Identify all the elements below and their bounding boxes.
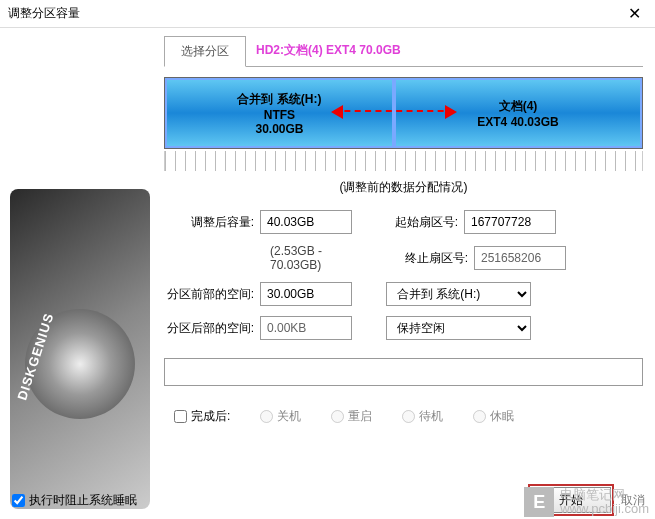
after-space-label: 分区后部的空间: xyxy=(164,320,254,337)
caption-label: (调整前的数据分配情况) xyxy=(164,179,643,196)
after-size-input[interactable] xyxy=(260,210,352,234)
seg-a-fs: NTFS xyxy=(264,108,295,122)
main-panel: 选择分区 HD2:文档(4) EXT4 70.0GB 合并到 系统(H:) NT… xyxy=(160,28,655,519)
seg-b-name: 文档(4) xyxy=(499,98,538,115)
watermark-logo-icon: E xyxy=(524,487,554,517)
after-space-target-select[interactable]: 保持空闲 xyxy=(386,316,531,340)
start-sector-label: 起始扇区号: xyxy=(386,214,458,231)
resize-arrow-icon xyxy=(334,110,454,112)
partition-bar[interactable]: 合并到 系统(H:) NTFS 30.00GB 文档(4) EXT4 40.03… xyxy=(164,77,643,149)
after-action-row: 完成后: 关机 重启 待机 休眠 xyxy=(164,408,643,445)
close-icon[interactable]: ✕ xyxy=(622,4,647,23)
sidebar: DISKGENIUS xyxy=(0,28,160,519)
window-title: 调整分区容量 xyxy=(8,5,622,22)
after-space-input xyxy=(260,316,352,340)
end-sector-label: 终止扇区号: xyxy=(396,250,468,267)
tab-strip: 选择分区 HD2:文档(4) EXT4 70.0GB xyxy=(164,36,643,67)
after-size-label: 调整后容量: xyxy=(164,214,254,231)
disk-illustration: DISKGENIUS xyxy=(10,189,150,509)
selected-partition-label: HD2:文档(4) EXT4 70.0GB xyxy=(246,36,643,66)
titlebar: 调整分区容量 ✕ xyxy=(0,0,655,28)
before-space-input[interactable] xyxy=(260,282,352,306)
tab-select-partition[interactable]: 选择分区 xyxy=(164,36,246,67)
watermark: E 电脑笔记网 www.pcbiji.com xyxy=(524,487,649,517)
radio-reboot xyxy=(331,410,344,423)
partition-segment-target[interactable]: 文档(4) EXT4 40.03GB xyxy=(394,78,642,148)
watermark-line2: www.pcbiji.com xyxy=(560,502,649,516)
prevent-sleep-label: 执行时阻止系统睡眠 xyxy=(29,492,137,509)
start-sector-input[interactable] xyxy=(464,210,556,234)
before-space-target-select[interactable]: 合并到 系统(H:) xyxy=(386,282,531,306)
before-space-label: 分区前部的空间: xyxy=(164,286,254,303)
progress-bar xyxy=(164,358,643,386)
seg-a-name: 合并到 系统(H:) xyxy=(237,91,321,108)
after-action-checkbox[interactable] xyxy=(174,410,187,423)
seg-a-size: 30.00GB xyxy=(255,122,303,136)
prevent-sleep-checkbox[interactable] xyxy=(12,494,25,507)
radio-standby xyxy=(402,410,415,423)
watermark-line1: 电脑笔记网 xyxy=(560,488,649,502)
partition-segment-merge[interactable]: 合并到 系统(H:) NTFS 30.00GB xyxy=(165,78,394,148)
size-range-hint: (2.53GB - 70.03GB) xyxy=(270,244,362,272)
ruler-ticks xyxy=(164,151,643,171)
after-action-label: 完成后: xyxy=(191,408,230,425)
radio-hibernate xyxy=(473,410,486,423)
end-sector-input xyxy=(474,246,566,270)
seg-b-fs: EXT4 40.03GB xyxy=(477,115,558,129)
radio-shutdown xyxy=(260,410,273,423)
brand-label: DISKGENIUS xyxy=(14,311,56,402)
